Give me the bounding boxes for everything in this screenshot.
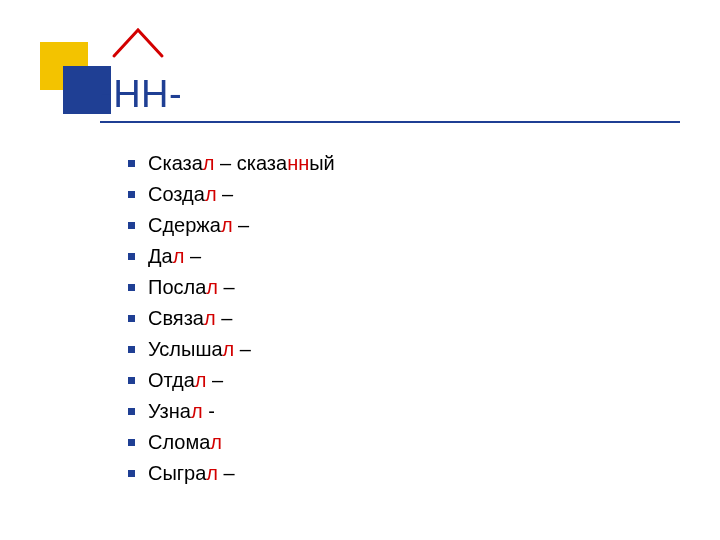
word-tail: сказа	[237, 152, 287, 174]
word-stem-red: л	[205, 183, 217, 205]
word-stem: Сказа	[148, 152, 203, 174]
word-stem-red: л	[206, 462, 218, 484]
word-stem-red: л	[203, 152, 215, 174]
word-stem: Посла	[148, 276, 206, 298]
list-item: Создал –	[128, 179, 335, 210]
bullet-icon	[128, 191, 135, 198]
bullet-icon	[128, 284, 135, 291]
word-stem: Да	[148, 245, 173, 267]
word-dash: –	[234, 338, 251, 360]
word-stem: Сыгра	[148, 462, 206, 484]
word-stem: Связа	[148, 307, 204, 329]
word-dash: –	[207, 369, 224, 391]
title-rule	[100, 121, 680, 123]
bullet-icon	[128, 377, 135, 384]
bullet-icon	[128, 439, 135, 446]
bullet-icon	[128, 315, 135, 322]
word-stem-red: л	[191, 400, 203, 422]
word-stem-red: л	[221, 214, 233, 236]
list-item: Сыграл –	[128, 458, 335, 489]
bullet-icon	[128, 253, 135, 260]
word-tail-red: нн	[287, 152, 309, 174]
word-stem-red: л	[195, 369, 207, 391]
list-item: Сломал	[128, 427, 335, 458]
list-item: Услышал –	[128, 334, 335, 365]
list-item: Связал –	[128, 303, 335, 334]
word-stem-red: л	[223, 338, 235, 360]
bullet-icon	[128, 346, 135, 353]
bullet-icon	[128, 470, 135, 477]
list-item: Послал –	[128, 272, 335, 303]
word-stem: Слома	[148, 431, 210, 453]
word-dash: –	[215, 152, 237, 174]
list-item: Сказал – сказанный	[128, 148, 335, 179]
bullet-icon	[128, 160, 135, 167]
list-item: Узнал -	[128, 396, 335, 427]
word-stem-red: л	[206, 276, 218, 298]
word-dash: –	[217, 183, 234, 205]
bullet-icon	[128, 408, 135, 415]
suffix-roof-icon	[108, 24, 168, 64]
word-dash: –	[218, 462, 235, 484]
word-stem: Отда	[148, 369, 195, 391]
word-dash: –	[218, 276, 235, 298]
word-stem-red: л	[210, 431, 222, 453]
word-dash: –	[233, 214, 250, 236]
bullet-icon	[128, 222, 135, 229]
word-list: Сказал – сказанныйСоздал –Сдержал –Дал –…	[128, 148, 335, 489]
word-stem-red: л	[173, 245, 185, 267]
slide-title: -НН-	[100, 73, 182, 116]
word-stem: Услыша	[148, 338, 223, 360]
word-dash: -	[203, 400, 215, 422]
list-item: Отдал –	[128, 365, 335, 396]
list-item: Сдержал –	[128, 210, 335, 241]
word-stem: Созда	[148, 183, 205, 205]
word-tail-suffix: ый	[309, 152, 335, 174]
word-stem-red: л	[204, 307, 216, 329]
word-dash: –	[184, 245, 201, 267]
word-stem: Сдержа	[148, 214, 221, 236]
word-dash: –	[216, 307, 233, 329]
list-item: Дал –	[128, 241, 335, 272]
word-stem: Узна	[148, 400, 191, 422]
